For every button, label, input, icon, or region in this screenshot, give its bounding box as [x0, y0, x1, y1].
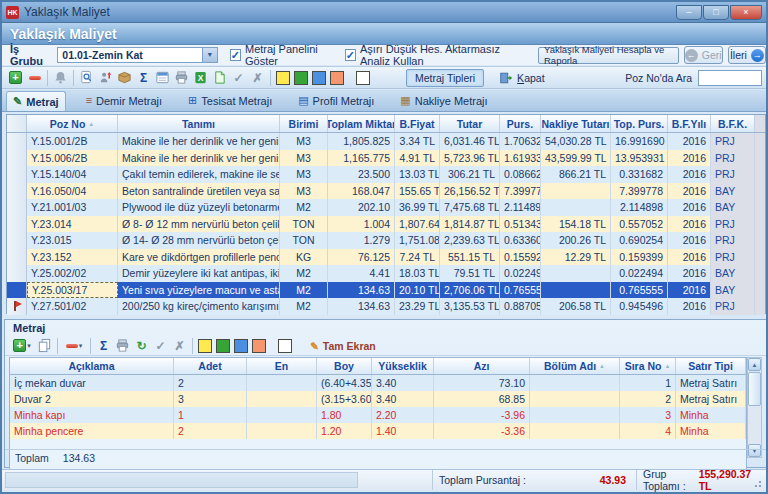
metraj-print-button[interactable] — [114, 337, 131, 354]
resize-grip[interactable] — [754, 478, 764, 488]
tab-icon: ▤ — [298, 95, 308, 106]
table-row[interactable]: Y.15.001/2BMakine ile her derinlik ve he… — [7, 133, 765, 150]
metraj-row[interactable]: İç mekan duvar2(6.40+4.35)3.4073.101Metr… — [10, 375, 746, 391]
asiri-dusuk-checkbox[interactable]: ✓ Aşırı Düşük Hes. Aktarmasız Analiz Kul… — [345, 43, 528, 67]
cell-tanim: Makine ile her derinlik ve her genişlikt… — [118, 150, 280, 167]
column-header-poz[interactable]: Poz No▲ — [27, 115, 118, 132]
kapat-button[interactable]: Kapat — [492, 69, 551, 87]
sum-button[interactable]: Σ — [135, 69, 152, 86]
close-button[interactable]: × — [730, 5, 762, 20]
tab-nakliye-metraj-[interactable]: ▦Nakliye Metrajı — [394, 93, 493, 109]
table-row[interactable]: Y.25.003/17Yeni sıva yüzeylere macun ve … — [7, 282, 765, 299]
cancel-button[interactable]: ✗ — [249, 69, 266, 86]
metraj-row[interactable]: Duvar 23(3.15+3.60)3.4068.852Metraj Satı… — [10, 391, 746, 407]
table-row[interactable]: Y.23.152Kare ve dikdörtgen profillerle p… — [7, 249, 765, 266]
column-header-toppurs[interactable]: Top. Purs. — [611, 115, 668, 132]
minimize-button[interactable]: – — [676, 5, 702, 20]
column-header-bfk[interactable]: B.F.K. — [711, 115, 755, 132]
ileri-button[interactable]: İleri → — [728, 46, 766, 64]
metraj-cancel-button[interactable]: ✗ — [171, 337, 188, 354]
color-swatch-yellow[interactable] — [276, 71, 290, 85]
column-header-tutar[interactable]: Tutar — [440, 115, 500, 132]
color-swatch-green[interactable] — [216, 339, 230, 353]
metraj-column-header-sira[interactable]: Sıra No▲ — [620, 358, 676, 374]
maximize-button[interactable]: □ — [703, 5, 729, 20]
table-row[interactable]: Y.27.501/02200/250 kg kireç/çimento karı… — [7, 298, 765, 315]
color-swatch-green[interactable] — [294, 71, 308, 85]
color-swatch-blue[interactable] — [234, 339, 248, 353]
metraj-column-header-azi[interactable]: Azı — [434, 358, 530, 374]
tab-profil-metraj-[interactable]: ▤Profil Metrajı — [292, 93, 380, 109]
scrollbar-thumb[interactable] — [748, 372, 761, 406]
metraj-column-header-aciklama[interactable]: Açıklama — [10, 358, 174, 374]
tab-demir-metraj-[interactable]: ≡Demir Metrajı — [80, 93, 168, 109]
column-header-birim[interactable]: Birimi — [280, 115, 328, 132]
column-header-yil[interactable]: B.F.Yılı — [668, 115, 711, 132]
metraj-row[interactable]: Minha kapı11.802.20-3.963Minha — [10, 407, 746, 423]
color-swatch-orange[interactable] — [252, 339, 266, 353]
metraj-scrollbar[interactable]: ▲ ▼ — [747, 357, 762, 458]
scroll-up-icon[interactable]: ▲ — [748, 358, 761, 371]
column-header-nakliye[interactable]: Nakliye Tutarı — [541, 115, 611, 132]
metraj-refresh-button[interactable]: ↻ — [133, 337, 150, 354]
package-button[interactable] — [116, 69, 133, 86]
poz-search-label: Poz No'da Ara — [625, 72, 692, 84]
is-grubu-combobox[interactable]: 01.01-Zemin Kat ▾ — [57, 47, 217, 63]
print-button[interactable] — [173, 69, 190, 86]
column-header-bfiyat[interactable]: B.Fiyat — [395, 115, 440, 132]
column-header-tanim[interactable]: Tanımı — [118, 115, 280, 132]
metraj-sum-button[interactable]: Σ — [95, 337, 112, 354]
color-swatch-yellow[interactable] — [198, 339, 212, 353]
tab-metraj[interactable]: ✎Metraj — [6, 91, 66, 111]
excel-export-button[interactable]: X — [192, 69, 209, 86]
window-title: Yaklaşık Maliyet — [24, 5, 110, 19]
metraj-tipleri-button[interactable]: Metraj Tipleri — [406, 69, 484, 87]
report-button[interactable] — [211, 69, 228, 86]
table-row[interactable]: Y.15.140/04Çakıl temin edilerek, makine … — [7, 166, 765, 183]
color-swatch-orange[interactable] — [330, 71, 344, 85]
metraj-paneli-checkbox[interactable]: ✓ Metraj Panelini Göster — [230, 43, 333, 67]
metraj-column-header-adet[interactable]: Adet — [174, 358, 247, 374]
table-row[interactable]: Y.16.050/04Beton santralinde üretilen ve… — [7, 183, 765, 200]
export-poz-button[interactable] — [97, 69, 114, 86]
cell-boy: (3.15+3.60) — [317, 391, 372, 407]
cell-purs: 0.513434 — [500, 216, 541, 233]
color-swatch-white[interactable] — [278, 339, 292, 353]
find-poz-button[interactable] — [78, 69, 95, 86]
metraj-remove-button[interactable]: ▾ — [62, 337, 86, 354]
table-row[interactable]: Y.23.015Ø 14- Ø 28 mm nervürlü beton çel… — [7, 232, 765, 249]
table-row[interactable]: Y.23.014Ø 8- Ø 12 mm nervürlü beton çeli… — [7, 216, 765, 233]
apply-button[interactable]: ✓ — [230, 69, 247, 86]
color-swatch-blue[interactable] — [312, 71, 326, 85]
hesapla-raporla-button[interactable]: Yaklaşık Maliyeti Hesapla ve Raporla — [538, 47, 679, 64]
table-row[interactable]: Y.21.001/03Plywood ile düz yüzeyli beton… — [7, 199, 765, 216]
table-row[interactable]: Y.25.002/02Demir yüzeylere iki kat antip… — [7, 265, 765, 282]
metraj-column-header-boy[interactable]: Boy — [317, 358, 372, 374]
geri-button[interactable]: ← Geri — [684, 46, 723, 64]
metraj-column-header-yukseklik[interactable]: Yükseklik — [372, 358, 434, 374]
tab-tesisat-metraj-[interactable]: ⊞Tesisat Metrajı — [182, 93, 278, 109]
metraj-row[interactable]: Minha pencere21.201.40-3.364Minha — [10, 423, 746, 439]
add-row-button[interactable]: + — [7, 69, 24, 86]
cell-purs: 0.633600 — [500, 232, 541, 249]
notification-button[interactable] — [52, 69, 69, 86]
tam-ekran-button[interactable]: ✎ Tam Ekran — [310, 340, 376, 352]
metraj-column-header-bolum[interactable]: Bölüm Adı▲ — [530, 358, 620, 374]
tab-label: Nakliye Metrajı — [415, 95, 488, 107]
metraj-apply-button[interactable]: ✓ — [152, 337, 169, 354]
metraj-column-header-en[interactable]: En — [247, 358, 317, 374]
cell-tutar: 26,156.52 TL — [440, 183, 500, 200]
control-row: İş Grubu 01.01-Zemin Kat ▾ ✓ Metraj Pane… — [2, 45, 766, 65]
metraj-add-button[interactable]: +▾ — [10, 337, 34, 354]
color-swatch-white[interactable] — [356, 71, 370, 85]
chevron-down-icon[interactable]: ▾ — [202, 48, 217, 62]
table-row[interactable]: Y.15.006/2BMakine ile her derinlik ve he… — [7, 150, 765, 167]
remove-row-button[interactable] — [26, 69, 43, 86]
metraj-column-header-tip[interactable]: Satır Tipi — [676, 358, 746, 374]
poz-search-input[interactable] — [698, 70, 762, 86]
column-header-purs[interactable]: Purs. — [500, 115, 541, 132]
form-button[interactable] — [154, 69, 171, 86]
column-header-miktar[interactable]: Toplam Miktar — [328, 115, 395, 132]
metraj-copy-button[interactable] — [36, 337, 53, 354]
status-left-panel — [5, 472, 358, 488]
